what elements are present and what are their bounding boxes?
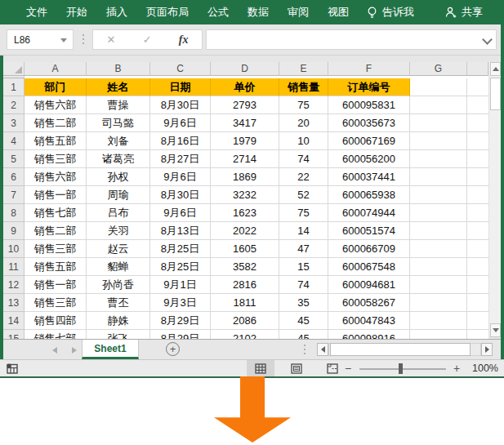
cell-empty[interactable]: [410, 276, 467, 294]
ribbon-tab-数据[interactable]: 数据: [248, 5, 269, 20]
cell-empty[interactable]: [467, 150, 488, 168]
cell-empty[interactable]: [410, 222, 467, 240]
cell-dept[interactable]: 销售六部: [25, 96, 87, 114]
ribbon-tab-审阅[interactable]: 审阅: [288, 5, 309, 20]
header-cell-姓名[interactable]: 姓名: [87, 78, 150, 96]
cell-name[interactable]: 曹操: [87, 96, 150, 114]
header-cell-销售量[interactable]: 销售量: [279, 78, 328, 96]
cell-order[interactable]: 600056200: [328, 150, 410, 168]
cell-empty[interactable]: [467, 78, 488, 96]
cell-empty[interactable]: [410, 294, 467, 312]
row-header-4[interactable]: 4: [3, 132, 25, 150]
cell-order[interactable]: 600035673: [328, 114, 410, 132]
cell-dept[interactable]: 销售一部: [25, 276, 87, 294]
cell-name[interactable]: 静姝: [87, 312, 150, 330]
cell-price[interactable]: 1979: [211, 132, 279, 150]
cell-empty[interactable]: [467, 330, 488, 339]
ribbon-tab-开始[interactable]: 开始: [66, 5, 87, 20]
cell-empty[interactable]: [467, 168, 488, 186]
cell-empty[interactable]: [467, 312, 488, 330]
row-header-11[interactable]: 11: [3, 258, 25, 276]
cell-dept[interactable]: 销售三部: [25, 294, 87, 312]
sheet-nav-next-icon[interactable]: [72, 347, 77, 354]
cell-name[interactable]: 曹丕: [87, 294, 150, 312]
cell-price[interactable]: 1811: [211, 294, 279, 312]
cell-empty[interactable]: [410, 114, 467, 132]
cell-empty[interactable]: [467, 96, 488, 114]
cell-date[interactable]: 8月25日: [150, 240, 211, 258]
cell-price[interactable]: 1623: [211, 204, 279, 222]
row-header-5[interactable]: 5: [3, 150, 25, 168]
cell-name[interactable]: 孙尚香: [87, 276, 150, 294]
row-header-15[interactable]: 15: [3, 330, 25, 339]
name-box-dropdown-icon[interactable]: [60, 38, 67, 42]
cell-order[interactable]: 600058267: [328, 294, 410, 312]
cell-price[interactable]: 3417: [211, 114, 279, 132]
row-header-9[interactable]: 9: [3, 222, 25, 240]
row-header-12[interactable]: 12: [3, 276, 25, 294]
cell-empty[interactable]: [467, 294, 488, 312]
cell-empty[interactable]: [410, 204, 467, 222]
cell-order[interactable]: 600094681: [328, 276, 410, 294]
column-header-F[interactable]: F: [328, 62, 410, 76]
row-header-6[interactable]: 6: [3, 168, 25, 186]
cell-price[interactable]: 1869: [211, 168, 279, 186]
cell-order[interactable]: 600066709: [328, 240, 410, 258]
zoom-in-button[interactable]: +: [453, 362, 460, 375]
column-header-D[interactable]: D: [211, 62, 279, 76]
cell-date[interactable]: 8月27日: [150, 150, 211, 168]
cell-empty[interactable]: [467, 276, 488, 294]
row-header-14[interactable]: 14: [3, 312, 25, 330]
cell-dept[interactable]: 销售一部: [25, 186, 87, 204]
cell-qty[interactable]: 14: [279, 222, 328, 240]
cell-qty[interactable]: 45: [279, 330, 328, 339]
vertical-scrollbar[interactable]: [488, 62, 501, 337]
scroll-up-button[interactable]: [490, 62, 501, 76]
cell-order[interactable]: 600098916: [328, 330, 410, 339]
scroll-left-button[interactable]: [317, 343, 328, 356]
cell-price[interactable]: 2714: [211, 150, 279, 168]
cell-dept[interactable]: 销售七部: [25, 330, 87, 339]
header-cell-部门[interactable]: 部门: [25, 78, 87, 96]
cell-order[interactable]: 600095831: [328, 96, 410, 114]
cell-empty[interactable]: [410, 168, 467, 186]
cell-empty[interactable]: [410, 312, 467, 330]
cell-date[interactable]: 8月29日: [150, 330, 211, 339]
cell-empty[interactable]: [410, 330, 467, 339]
cancel-icon[interactable]: ✕: [107, 33, 116, 46]
cell-date[interactable]: 9月6日: [150, 204, 211, 222]
cell-name[interactable]: 孙权: [87, 168, 150, 186]
cell-dept[interactable]: 销售六部: [25, 168, 87, 186]
share-button[interactable]: 共享: [445, 5, 483, 20]
cell-date[interactable]: 9月1日: [150, 276, 211, 294]
cell-price[interactable]: 2086: [211, 312, 279, 330]
cell-qty[interactable]: 10: [279, 132, 328, 150]
cell-qty[interactable]: 20: [279, 114, 328, 132]
cell-empty[interactable]: [467, 222, 488, 240]
cell-empty[interactable]: [410, 132, 467, 150]
cell-date[interactable]: 8月30日: [150, 96, 211, 114]
cell-date[interactable]: 9月6日: [150, 168, 211, 186]
row-header-1[interactable]: 1: [3, 78, 25, 96]
cell-empty[interactable]: [467, 258, 488, 276]
cell-qty[interactable]: 74: [279, 276, 328, 294]
cell-date[interactable]: 9月3日: [150, 294, 211, 312]
scroll-right-button[interactable]: [481, 343, 493, 356]
ribbon-tab-视图[interactable]: 视图: [328, 5, 349, 20]
name-box[interactable]: L86: [7, 29, 74, 50]
cell-dept[interactable]: 销售五部: [25, 132, 87, 150]
zoom-out-button[interactable]: −: [345, 362, 351, 375]
sheet-tab-sheet1[interactable]: Sheet1: [82, 340, 139, 359]
cell-qty[interactable]: 75: [279, 204, 328, 222]
cell-price[interactable]: 3232: [211, 186, 279, 204]
select-all-button[interactable]: [3, 62, 25, 76]
cell-empty[interactable]: [467, 186, 488, 204]
cell-qty[interactable]: 75: [279, 96, 328, 114]
cell-order[interactable]: 600047843: [328, 312, 410, 330]
sheet-nav-previous-icon[interactable]: [52, 347, 57, 354]
cell-date[interactable]: 9月6日: [150, 114, 211, 132]
header-cell-订单编号[interactable]: 订单编号: [328, 78, 410, 96]
zoom-level[interactable]: 100%: [467, 363, 498, 374]
cell-name[interactable]: 司马懿: [87, 114, 150, 132]
row-header-10[interactable]: 10: [3, 240, 25, 258]
